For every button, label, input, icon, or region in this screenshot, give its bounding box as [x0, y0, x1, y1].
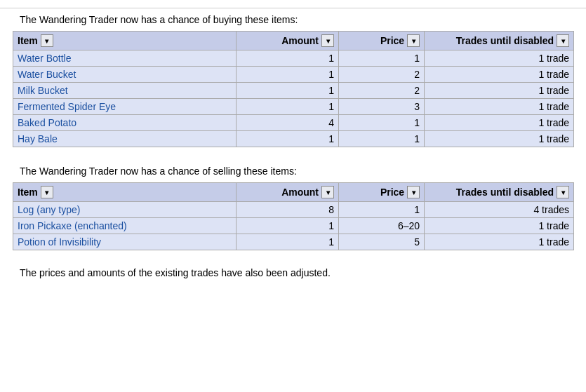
selling-row-item: Iron Pickaxe (enchanted) — [13, 218, 237, 234]
buying-table-row: Baked Potato 4 1 1 trade — [13, 115, 574, 131]
selling-table-body: Log (any type) 8 1 4 trades Iron Pickaxe… — [13, 202, 574, 250]
selling-table: Item ▾ Amount ▾ Price ▾ — [13, 182, 574, 250]
selling-table-row: Iron Pickaxe (enchanted) 1 6–20 1 trade — [13, 218, 574, 234]
buying-row-item: Water Bottle — [13, 50, 237, 67]
selling-header-amount: Amount ▾ — [236, 183, 339, 202]
buying-row-price: 2 — [339, 67, 425, 83]
buying-header-row: Item ▾ Amount ▾ Price ▾ — [13, 32, 574, 50]
buying-row-amount: 1 — [236, 83, 339, 99]
selling-row-trades: 1 trade — [425, 218, 574, 234]
item-sort-dropdown[interactable]: ▾ — [41, 34, 53, 47]
page-wrapper: The Wandering Trader now has a chance of… — [0, 0, 586, 284]
selling-row-trades: 1 trade — [425, 234, 574, 250]
buying-row-price: 1 — [339, 115, 425, 131]
buying-row-price: 1 — [339, 131, 425, 147]
mid-spacer — [0, 147, 586, 160]
selling-header-row: Item ▾ Amount ▾ Price ▾ — [13, 183, 574, 202]
buying-row-trades: 1 trade — [425, 50, 574, 67]
buying-row-item: Milk Bucket — [13, 83, 237, 99]
buying-table-row: Fermented Spider Eye 1 3 1 trade — [13, 99, 574, 115]
selling-row-amount: 8 — [236, 202, 339, 218]
selling-row-amount: 1 — [236, 234, 339, 250]
buying-table: Item ▾ Amount ▾ Price ▾ — [13, 31, 574, 147]
buying-table-row: Hay Bale 1 1 1 trade — [13, 131, 574, 147]
buying-row-amount: 1 — [236, 131, 339, 147]
selling-item-sort-dropdown[interactable]: ▾ — [41, 186, 53, 198]
selling-table-row: Log (any type) 8 1 4 trades — [13, 202, 574, 218]
selling-row-price: 1 — [339, 202, 425, 218]
selling-amount-sort-dropdown[interactable]: ▾ — [321, 186, 334, 198]
selling-row-price: 6–20 — [339, 218, 425, 234]
selling-row-amount: 1 — [236, 218, 339, 234]
selling-header-item: Item ▾ — [13, 183, 237, 202]
buying-row-amount: 1 — [236, 99, 339, 115]
buying-row-item: Water Bucket — [13, 67, 237, 83]
buying-row-trades: 1 trade — [425, 99, 574, 115]
buying-row-amount: 4 — [236, 115, 339, 131]
buying-row-item: Baked Potato — [13, 115, 237, 131]
buying-table-row: Milk Bucket 1 2 1 trade — [13, 83, 574, 99]
amount-sort-dropdown[interactable]: ▾ — [321, 34, 334, 47]
buying-row-trades: 1 trade — [425, 83, 574, 99]
buying-row-price: 1 — [339, 50, 425, 67]
price-sort-dropdown[interactable]: ▾ — [407, 34, 420, 47]
buying-table-row: Water Bottle 1 1 1 trade — [13, 50, 574, 67]
selling-header-price: Price ▾ — [339, 183, 425, 202]
buying-header-trades: Trades until disabled ▾ — [425, 32, 574, 50]
selling-row-trades: 4 trades — [425, 202, 574, 218]
selling-table-wrapper: Item ▾ Amount ▾ Price ▾ — [0, 182, 586, 250]
selling-row-item: Log (any type) — [13, 202, 237, 218]
selling-price-sort-dropdown[interactable]: ▾ — [407, 186, 420, 198]
buying-header-amount: Amount ▾ — [236, 32, 339, 50]
buying-row-trades: 1 trade — [425, 67, 574, 83]
buying-row-price: 3 — [339, 99, 425, 115]
buying-row-trades: 1 trade — [425, 131, 574, 147]
buying-row-amount: 1 — [236, 67, 339, 83]
selling-table-row: Potion of Invisibility 1 5 1 trade — [13, 234, 574, 250]
buying-intro-text: The Wandering Trader now has a chance of… — [0, 8, 586, 31]
selling-header-trades: Trades until disabled ▾ — [425, 183, 574, 202]
buying-row-price: 2 — [339, 83, 425, 99]
selling-row-item: Potion of Invisibility — [13, 234, 237, 250]
trades-sort-dropdown[interactable]: ▾ — [557, 34, 569, 47]
top-spacer — [0, 0, 586, 8]
buying-table-wrapper: Item ▾ Amount ▾ Price ▾ — [0, 31, 586, 147]
buying-row-trades: 1 trade — [425, 115, 574, 131]
selling-intro-text: The Wandering Trader now has a chance of… — [0, 160, 586, 182]
buying-row-item: Hay Bale — [13, 131, 237, 147]
buying-row-item: Fermented Spider Eye — [13, 99, 237, 115]
buying-row-amount: 1 — [236, 50, 339, 67]
buying-table-body: Water Bottle 1 1 1 trade Water Bucket 1 … — [13, 50, 574, 147]
buying-header-item: Item ▾ — [13, 32, 237, 50]
bottom-spacer — [0, 250, 586, 262]
selling-row-price: 5 — [339, 234, 425, 250]
buying-header-price: Price ▾ — [339, 32, 425, 50]
buying-table-row: Water Bucket 1 2 1 trade — [13, 67, 574, 83]
footer-note: The prices and amounts of the existing t… — [0, 262, 586, 284]
selling-trades-sort-dropdown[interactable]: ▾ — [557, 186, 569, 198]
